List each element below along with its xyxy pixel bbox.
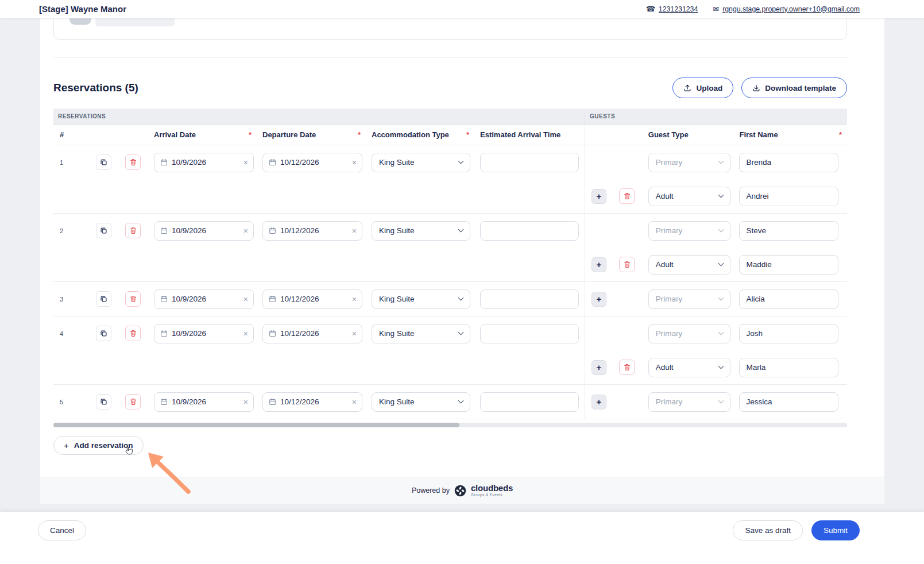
add-guest-button[interactable]: +	[591, 360, 606, 375]
guest-row: PrimaryBrenda	[585, 145, 847, 179]
trash-icon	[624, 192, 631, 200]
guest-row: PrimaryJosh	[585, 316, 847, 350]
delete-reservation-button[interactable]	[125, 394, 141, 410]
delete-reservation-button[interactable]	[125, 223, 141, 238]
brand-tagline: Groups & Events	[471, 493, 513, 497]
clear-icon[interactable]: ×	[352, 295, 357, 304]
copy-reservation-button[interactable]	[96, 326, 111, 341]
clear-icon[interactable]: ×	[243, 158, 248, 167]
clear-icon[interactable]: ×	[243, 226, 248, 235]
arrival-date-input[interactable]: 10/9/2026×	[154, 221, 254, 241]
first-name-value: Maddie	[746, 260, 771, 269]
add-guest-button[interactable]: +	[591, 395, 606, 410]
trash-icon	[130, 398, 137, 405]
clear-icon[interactable]: ×	[243, 329, 248, 338]
select-value: King Suite	[379, 329, 454, 338]
save-as-draft-button[interactable]: Save as draft	[733, 520, 803, 540]
calendar-icon	[160, 159, 168, 166]
download-template-label: Download template	[765, 84, 836, 92]
estimated-arrival-time-input[interactable]	[480, 153, 579, 172]
departure-date-input[interactable]: 10/12/2026×	[262, 153, 362, 172]
reservation-row: 210/9/2026×10/12/2026×King SuitePrimaryS…	[53, 214, 847, 282]
email-link[interactable]: ✉ rgngu.stage.property.owner+10@gmail.co…	[713, 5, 860, 13]
clear-icon[interactable]: ×	[352, 226, 357, 235]
accommodation-type-select[interactable]: King Suite	[372, 221, 470, 241]
guest-type-select[interactable]: Primary	[648, 153, 730, 172]
arrival-date-input[interactable]: 10/9/2026×	[154, 392, 254, 412]
guest-type-select[interactable]: Primary	[648, 221, 730, 241]
delete-reservation-button[interactable]	[125, 291, 141, 307]
copy-reservation-button[interactable]	[96, 154, 111, 170]
phone-link[interactable]: ☎ 1231231234	[646, 5, 698, 13]
guest-type-select[interactable]: Adult	[648, 358, 730, 377]
guest-type-select[interactable]: Primary	[648, 392, 730, 412]
brand-name: cloudbeds	[471, 484, 513, 492]
arrival-date-input[interactable]: 10/9/2026×	[154, 153, 254, 172]
reservations-table: RESERVATIONS GUESTS # Arrival Date* Depa…	[53, 109, 847, 419]
guest-type-select[interactable]: Primary	[648, 289, 730, 309]
date-value: 10/9/2026	[172, 397, 239, 406]
guest-type-select[interactable]: Primary	[648, 324, 730, 343]
col-header-guest-type: Guest Type	[648, 130, 689, 139]
first-name-input[interactable]: Josh	[739, 324, 838, 343]
copy-reservation-button[interactable]	[96, 394, 111, 410]
delete-reservation-button[interactable]	[125, 326, 141, 341]
chevron-down-icon	[718, 261, 724, 266]
guest-type-select[interactable]: Adult	[648, 187, 730, 206]
cancel-button[interactable]: Cancel	[38, 520, 86, 540]
departure-date-input[interactable]: 10/12/2026×	[262, 324, 362, 343]
clear-icon[interactable]: ×	[352, 397, 357, 407]
select-value: King Suite	[379, 295, 454, 303]
row-index: 2	[60, 227, 63, 234]
clear-icon[interactable]: ×	[243, 295, 248, 304]
copy-reservation-button[interactable]	[96, 223, 111, 238]
header-actions: Upload Download template	[672, 78, 847, 98]
departure-date-input[interactable]: 10/12/2026×	[262, 289, 362, 309]
submit-button[interactable]: Submit	[811, 520, 860, 540]
estimated-arrival-time-input[interactable]	[480, 392, 579, 412]
first-name-input[interactable]: Maddie	[739, 255, 838, 275]
arrival-date-input[interactable]: 10/9/2026×	[154, 324, 254, 343]
upload-button[interactable]: Upload	[672, 78, 733, 98]
add-guest-button[interactable]: +	[591, 292, 606, 307]
accommodation-type-select[interactable]: King Suite	[372, 289, 470, 309]
arrival-date-input[interactable]: 10/9/2026×	[154, 289, 254, 309]
delete-guest-button[interactable]	[619, 257, 635, 272]
first-name-value: Jessica	[746, 397, 772, 406]
guest-type-select[interactable]: Adult	[648, 255, 730, 275]
first-name-input[interactable]: Marla	[739, 358, 838, 377]
delete-guest-button[interactable]	[619, 360, 635, 375]
delete-reservation-button[interactable]	[125, 154, 141, 170]
first-name-input[interactable]: Steve	[739, 221, 838, 241]
estimated-arrival-time-input[interactable]	[480, 289, 579, 309]
add-guest-button[interactable]: +	[591, 257, 606, 272]
departure-date-input[interactable]: 10/12/2026×	[262, 221, 362, 241]
chevron-down-icon	[458, 295, 464, 301]
first-name-input[interactable]: Andrei	[739, 187, 838, 206]
calendar-icon	[269, 159, 276, 166]
first-name-input[interactable]: Jessica	[739, 392, 838, 412]
departure-date-input[interactable]: 10/12/2026×	[262, 392, 362, 412]
accommodation-type-select[interactable]: King Suite	[372, 324, 470, 343]
first-name-input[interactable]: Alicia	[739, 289, 838, 309]
horizontal-scrollbar[interactable]	[53, 423, 847, 427]
add-guest-button[interactable]: +	[591, 189, 606, 204]
date-value: 10/12/2026	[280, 329, 348, 338]
date-value: 10/12/2026	[280, 295, 348, 303]
estimated-arrival-time-input[interactable]	[480, 324, 579, 343]
estimated-arrival-time-input[interactable]	[480, 221, 579, 241]
copy-reservation-button[interactable]	[96, 291, 111, 307]
download-template-button[interactable]: Download template	[741, 78, 847, 98]
clear-icon[interactable]: ×	[243, 397, 248, 407]
delete-guest-button[interactable]	[619, 188, 635, 204]
scrollbar-thumb[interactable]	[53, 423, 459, 427]
clear-icon[interactable]: ×	[352, 329, 357, 338]
plus-icon: +	[597, 260, 602, 269]
chevron-down-icon	[718, 159, 724, 164]
clear-icon[interactable]: ×	[352, 158, 357, 167]
accommodation-type-select[interactable]: King Suite	[372, 392, 470, 412]
select-value: Adult	[656, 260, 714, 269]
chevron-down-icon	[718, 227, 724, 233]
first-name-input[interactable]: Brenda	[739, 153, 838, 172]
accommodation-type-select[interactable]: King Suite	[372, 153, 470, 172]
